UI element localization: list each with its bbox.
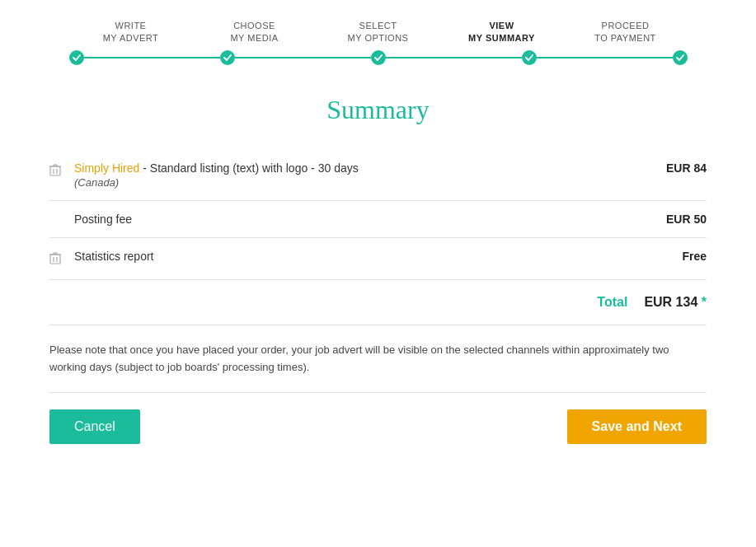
cancel-button[interactable]: Cancel: [49, 409, 140, 444]
connector-2: [235, 57, 371, 58]
connector-3: [386, 57, 522, 58]
main-content: Summary Simply Hired - Standard listing …: [0, 78, 756, 478]
step-view: VIEWMY SUMMARY: [440, 20, 564, 50]
step-write-label: WRITEMY ADVERT: [103, 20, 159, 45]
simply-hired-link[interactable]: Simply Hired: [74, 161, 139, 175]
step-choose: CHOOSEMY MEDIA: [193, 20, 317, 50]
step-circle-proceed: [673, 50, 688, 65]
simply-hired-description: - Standard listing (text) with logo - 30…: [139, 161, 358, 175]
step-proceed-label: PROCEEDTO PAYMENT: [594, 20, 656, 45]
total-asterisk: *: [702, 295, 707, 309]
page-title: Summary: [49, 95, 707, 125]
step-circle-view: [522, 50, 537, 65]
simply-hired-price: EUR 84: [650, 161, 707, 175]
posting-fee-label: Posting fee: [74, 213, 666, 226]
statistics-title: Statistics report: [74, 250, 665, 263]
list-item-posting-fee: Posting fee EUR 50: [49, 201, 707, 238]
simply-hired-title: Simply Hired - Standard listing (text) w…: [74, 161, 650, 175]
statistics-price: Free: [665, 250, 707, 263]
total-row: Total EUR 134 *: [49, 280, 707, 325]
step-circle-select: [371, 50, 386, 65]
step-select: SELECTMY OPTIONS: [317, 20, 440, 50]
posting-fee-price: EUR 50: [666, 213, 707, 226]
simply-hired-subtitle: (Canada): [74, 176, 650, 189]
connector-1: [84, 57, 220, 58]
step-view-label: VIEWMY SUMMARY: [468, 20, 535, 45]
action-buttons: Cancel Save and Next: [49, 393, 707, 461]
list-item-statistics-report: Statistics report Free: [49, 238, 707, 280]
save-next-button[interactable]: Save and Next: [567, 409, 707, 444]
trash-icon-statistics[interactable]: [49, 250, 74, 268]
simply-hired-content: Simply Hired - Standard listing (text) w…: [74, 161, 650, 189]
step-proceed: PROCEEDTO PAYMENT: [564, 20, 688, 50]
step-select-label: SELECTMY OPTIONS: [348, 20, 409, 45]
list-item-simply-hired: Simply Hired - Standard listing (text) w…: [49, 150, 707, 201]
step-circle-write: [69, 50, 84, 65]
step-circle-choose: [220, 50, 235, 65]
notice-text: Please note that once you have placed yo…: [49, 342, 707, 394]
connector-4: [537, 57, 673, 58]
total-label: Total: [49, 295, 644, 310]
trash-icon-simply-hired[interactable]: [49, 161, 74, 180]
step-write: WRITEMY ADVERT: [69, 20, 193, 50]
total-price: EUR 134 *: [644, 295, 707, 310]
step-choose-label: CHOOSEMY MEDIA: [230, 20, 278, 45]
progress-bar: WRITEMY ADVERT CHOOSEMY MEDIA SELECTMY O…: [0, 0, 756, 78]
statistics-content: Statistics report: [74, 250, 665, 263]
svg-rect-0: [50, 166, 60, 175]
svg-rect-7: [50, 255, 60, 264]
